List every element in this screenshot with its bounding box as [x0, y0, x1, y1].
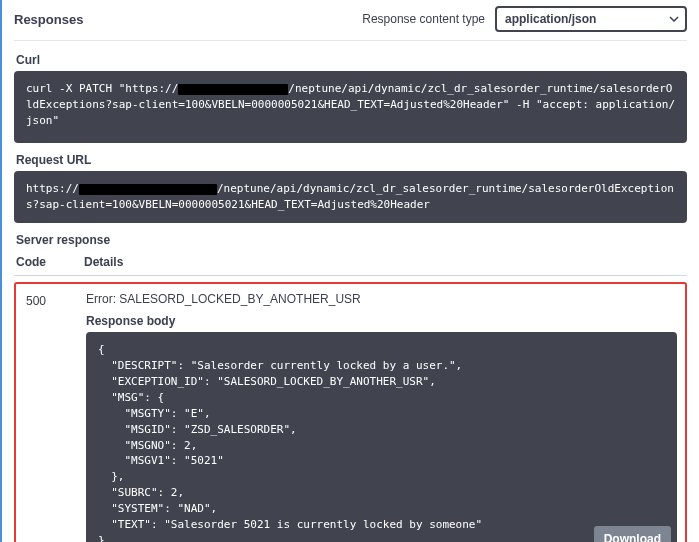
details-column-header: Details — [84, 255, 123, 269]
content-type-label: Response content type — [362, 12, 485, 26]
request-url-value: https:///neptune/api/dynamic/zcl_dr_sale… — [14, 171, 687, 223]
error-message: Error: SALESORD_LOCKED_BY_ANOTHER_USR — [86, 292, 677, 306]
response-body: { "DESCRIPT": "Salesorder currently lock… — [86, 332, 677, 542]
response-row: 500 Error: SALESORD_LOCKED_BY_ANOTHER_US… — [14, 282, 687, 542]
response-body-label: Response body — [86, 314, 677, 328]
server-response-label: Server response — [16, 233, 687, 247]
code-column-header: Code — [14, 255, 84, 269]
responses-title: Responses — [14, 12, 83, 27]
responses-header-row: Responses Response content type applicat… — [14, 6, 687, 41]
response-details: Error: SALESORD_LOCKED_BY_ANOTHER_USR Re… — [86, 292, 677, 542]
request-url-label: Request URL — [16, 153, 687, 167]
curl-label: Curl — [16, 53, 687, 67]
redacted-host — [79, 184, 217, 195]
curl-command: curl -X PATCH "https:///neptune/api/dyna… — [14, 71, 687, 143]
redacted-host — [178, 84, 288, 95]
chevron-down-icon — [669, 16, 679, 22]
status-code: 500 — [24, 292, 86, 542]
content-type-value: application/json — [505, 12, 596, 26]
content-type-select[interactable]: application/json — [495, 6, 687, 32]
content-type-group: Response content type application/json — [362, 6, 687, 32]
download-button[interactable]: Download — [594, 526, 671, 542]
response-table-header: Code Details — [14, 255, 687, 276]
